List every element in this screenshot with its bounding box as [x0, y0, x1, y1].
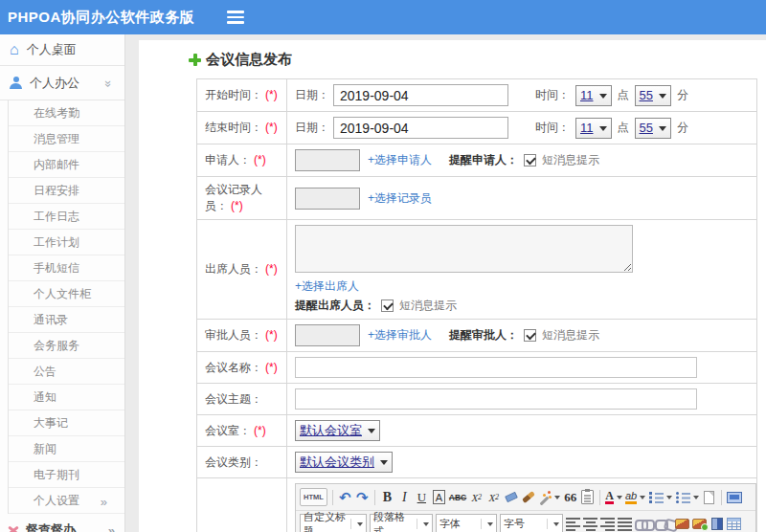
insert-image-icon[interactable] — [675, 515, 689, 532]
font-size-select[interactable]: 字号 — [500, 514, 563, 532]
redo-icon[interactable]: ↷ — [355, 488, 370, 506]
bold-icon[interactable]: B — [380, 488, 394, 506]
sidebar-item-work-plan[interactable]: 工作计划 — [9, 230, 124, 255]
blockquote-icon[interactable]: 66 — [563, 488, 577, 506]
undo-icon[interactable]: ↶ — [338, 488, 352, 506]
sidebar-office-submenu: 在线考勤 消息管理 内部邮件 日程安排 工作日志 工作计划 手机短信 个人文件柜… — [8, 100, 124, 514]
chevron-double-down-icon[interactable]: » — [102, 80, 115, 85]
required-mark: (*) — [265, 328, 278, 342]
sidebar-item-news[interactable]: 新闻 — [9, 436, 124, 462]
home-icon: ⌂ — [10, 42, 19, 57]
required-mark: (*) — [265, 361, 278, 374]
editor-toolbar-row2: 自定义标题 段落格式 字体 字号 — [296, 511, 755, 532]
sidebar-item-personal-settings[interactable]: 个人设置 » — [9, 488, 124, 514]
sidebar-item-memorabilia[interactable]: 大事记 — [9, 410, 124, 436]
approver-input[interactable] — [295, 324, 360, 346]
sidebar-item-announcements[interactable]: 公告 — [9, 359, 124, 385]
meeting-name-label: 会议名称： — [205, 361, 262, 374]
html-source-button[interactable]: HTML — [300, 488, 327, 506]
approver-sms-checkbox[interactable] — [524, 329, 536, 342]
fullscreen-icon[interactable] — [727, 488, 742, 506]
sidebar-item-personal-desktop[interactable]: ⌂ 个人桌面 — [0, 34, 124, 66]
insert-link-icon[interactable] — [635, 515, 652, 532]
attendees-label: 出席人员： — [205, 262, 262, 276]
sidebar-item-contacts[interactable]: 通讯录 — [9, 307, 124, 333]
align-justify-icon[interactable] — [618, 515, 632, 532]
underline-icon[interactable]: U — [415, 488, 429, 506]
meeting-category-label: 会议类别： — [205, 455, 262, 469]
choose-recorder-link[interactable]: +选择记录员 — [368, 190, 432, 207]
app-title: PHPOA协同办公软件政务版 — [8, 9, 194, 27]
meeting-name-input[interactable] — [295, 357, 697, 378]
italic-icon[interactable]: I — [397, 488, 412, 506]
sms-hint-label: 短消息提示 — [399, 298, 457, 314]
hamburger-menu-icon[interactable] — [227, 11, 244, 24]
paragraph-format-select[interactable]: 段落格式 — [370, 514, 433, 532]
sidebar-item-label: 督查督办 — [26, 521, 76, 532]
recorder-input[interactable] — [295, 188, 360, 210]
eraser-icon[interactable] — [504, 488, 518, 506]
attendees-sms-checkbox[interactable] — [381, 299, 394, 312]
applicant-input[interactable] — [295, 149, 360, 171]
meeting-subject-label: 会议主题： — [205, 392, 262, 406]
meeting-subject-input[interactable] — [295, 388, 697, 410]
time-label: 时间： — [535, 87, 570, 103]
sidebar-item-personal-file-cabinet[interactable]: 个人文件柜 — [9, 281, 124, 307]
choose-attendees-link[interactable]: +选择出席人 — [295, 279, 359, 293]
chevron-right-icon: » — [108, 524, 113, 532]
sidebar-item-notices[interactable]: 通知 — [9, 385, 124, 410]
custom-title-select[interactable]: 自定义标题 — [300, 514, 367, 532]
insert-table-icon[interactable] — [727, 515, 741, 532]
choose-applicant-link[interactable]: +选择申请人 — [368, 152, 432, 168]
start-date-input[interactable] — [333, 84, 508, 106]
ordered-list-icon[interactable] — [648, 488, 672, 506]
highlight-color-icon[interactable]: ab — [625, 488, 645, 506]
form-row-meeting-category: 会议类别： 默认会议类别 — [197, 447, 757, 478]
end-minute-select[interactable]: 55 — [635, 118, 671, 139]
sidebar-item-meeting-service[interactable]: 会务服务 — [9, 333, 124, 359]
sidebar-item-label: 个人设置 — [34, 494, 79, 507]
start-minute-select[interactable]: 55 — [635, 85, 671, 106]
sidebar-item-message-management[interactable]: 消息管理 — [9, 126, 124, 152]
meeting-category-select[interactable]: 默认会议类别 — [295, 452, 393, 473]
sidebar-item-online-attendance[interactable]: 在线考勤 — [9, 100, 124, 126]
sidebar-item-e-journal[interactable]: 电子期刊 — [9, 462, 124, 488]
form-row-approver: 审批人员：(*) +选择审批人 提醒审批人： 短消息提示 — [197, 320, 757, 352]
meeting-form: 开始时间：(*) 日期： 时间： 11 点 55 分 结束时间：(*) 日期： … — [196, 78, 757, 532]
applicant-sms-checkbox[interactable] — [524, 154, 536, 166]
dropdown-arrow-icon — [659, 94, 666, 102]
magic-wand-icon[interactable] — [538, 488, 560, 506]
align-left-icon[interactable] — [566, 515, 580, 532]
sidebar-item-supervision[interactable]: 督查督办 » — [0, 514, 124, 532]
attendees-textarea[interactable] — [295, 225, 633, 273]
sidebar-item-work-log[interactable]: 工作日志 — [9, 204, 124, 230]
sidebar-item-mobile-sms[interactable]: 手机短信 — [9, 255, 124, 281]
new-page-icon[interactable] — [702, 488, 716, 506]
unordered-list-icon[interactable] — [675, 488, 699, 506]
styled-text-icon[interactable]: A — [433, 490, 445, 504]
sidebar-item-schedule[interactable]: 日程安排 — [9, 178, 124, 204]
insert-media-icon[interactable] — [710, 515, 724, 532]
sidebar-item-internal-mail[interactable]: 内部邮件 — [9, 152, 124, 178]
subscript-icon[interactable]: X2 — [486, 488, 501, 506]
remove-link-icon[interactable] — [655, 515, 672, 532]
insert-picture-icon[interactable] — [692, 515, 707, 532]
dropdown-arrow-icon — [617, 496, 622, 502]
align-right-icon[interactable] — [600, 515, 615, 532]
sidebar-item-label: 个人办公 — [30, 75, 79, 92]
end-hour-select[interactable]: 11 — [575, 118, 612, 139]
strikethrough-icon[interactable]: ABC — [449, 488, 466, 506]
sidebar-item-personal-office[interactable]: 个人办公 » — [0, 66, 124, 100]
font-color-icon[interactable]: A — [605, 488, 622, 506]
choose-approver-link[interactable]: +选择审批人 — [368, 327, 432, 344]
paste-icon[interactable] — [580, 488, 595, 506]
font-family-select[interactable]: 字体 — [436, 514, 497, 532]
start-hour-select[interactable]: 11 — [575, 85, 612, 106]
end-date-input[interactable] — [333, 117, 508, 139]
sms-hint-label: 短消息提示 — [542, 152, 599, 168]
align-center-icon[interactable] — [583, 515, 597, 532]
meeting-room-select[interactable]: 默认会议室 — [295, 420, 380, 441]
format-brush-icon[interactable] — [521, 488, 535, 506]
hour-suffix: 点 — [618, 120, 629, 136]
superscript-icon[interactable]: X2 — [469, 488, 484, 506]
